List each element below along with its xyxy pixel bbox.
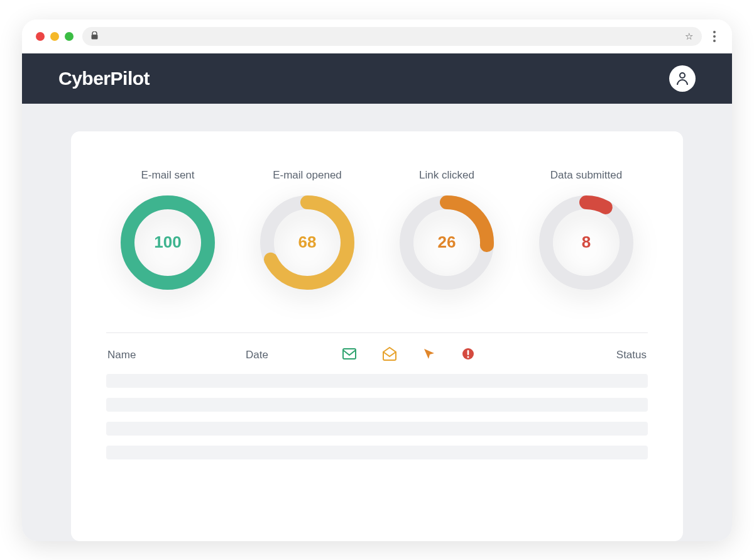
- metric-label: E-mail sent: [141, 169, 194, 182]
- metrics-row: E-mail sent 100 E-mail opened: [106, 169, 648, 292]
- brand-logo: CyberPilot: [58, 68, 150, 89]
- kebab-dot-icon: [713, 35, 716, 38]
- alert-icon: [462, 348, 474, 363]
- dashboard-card: E-mail sent 100 E-mail opened: [71, 131, 683, 541]
- table-header: Name Date: [106, 347, 648, 374]
- donut-chart: 68: [258, 193, 357, 292]
- kebab-dot-icon: [713, 40, 716, 42]
- browser-menu-button[interactable]: [711, 28, 718, 45]
- donut-chart: 100: [118, 193, 217, 292]
- metric-value: 8: [537, 193, 636, 292]
- lock-icon: [91, 31, 98, 41]
- metric-value: 100: [118, 193, 217, 292]
- bookmark-star-icon[interactable]: ☆: [685, 31, 693, 42]
- browser-window: ☆ CyberPilot E-mail sent: [22, 19, 732, 541]
- donut-chart: 26: [397, 193, 496, 292]
- metric-link-clicked: Link clicked 26: [385, 169, 508, 292]
- metric-label: Data submitted: [550, 169, 622, 182]
- window-close-icon[interactable]: [36, 32, 45, 41]
- metric-label: Link clicked: [419, 169, 474, 182]
- browser-chrome: ☆: [22, 19, 732, 53]
- table-row: [106, 398, 648, 412]
- table-row: [106, 374, 648, 388]
- svg-point-1: [680, 73, 685, 78]
- donut-chart: 8: [537, 193, 636, 292]
- svg-point-13: [467, 356, 469, 358]
- metric-value: 26: [397, 193, 496, 292]
- mail-opened-icon: [383, 347, 396, 364]
- column-status: Status: [577, 349, 647, 361]
- table-body: [106, 374, 648, 459]
- kebab-dot-icon: [713, 31, 716, 33]
- user-icon: [676, 72, 689, 85]
- column-name: Name: [107, 349, 246, 361]
- table-row: [106, 422, 648, 436]
- metric-email-sent: E-mail sent 100: [106, 169, 229, 292]
- metric-data-submitted: Data submitted 8: [525, 169, 648, 292]
- click-icon: [423, 348, 435, 363]
- metric-value: 68: [258, 193, 357, 292]
- address-bar[interactable]: ☆: [82, 27, 702, 46]
- app-body: E-mail sent 100 E-mail opened: [22, 104, 732, 541]
- app-header: CyberPilot: [22, 53, 732, 104]
- window-maximize-icon[interactable]: [65, 32, 74, 41]
- mail-sent-icon: [342, 348, 356, 363]
- window-controls: [36, 32, 74, 41]
- svg-rect-10: [343, 349, 356, 359]
- divider: [106, 332, 648, 333]
- window-minimize-icon[interactable]: [50, 32, 59, 41]
- column-icons: [340, 347, 577, 364]
- table-row: [106, 446, 648, 459]
- account-button[interactable]: [669, 65, 696, 92]
- metric-email-opened: E-mail opened 68: [246, 169, 369, 292]
- column-date: Date: [246, 349, 340, 361]
- svg-rect-12: [467, 350, 469, 355]
- metric-label: E-mail opened: [273, 169, 342, 182]
- svg-rect-0: [92, 35, 98, 40]
